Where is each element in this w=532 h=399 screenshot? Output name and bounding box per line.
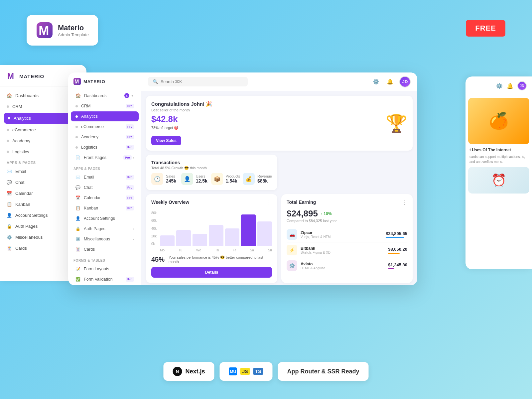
search-box[interactable]: 🔍: [148, 77, 248, 86]
bar-tue: [176, 230, 191, 246]
weekly-menu[interactable]: ⋮: [266, 200, 272, 206]
earning-menu[interactable]: ⋮: [402, 200, 407, 206]
pro-tag: Pro: [126, 196, 134, 200]
earning-header: Total Earning ⋮: [287, 200, 407, 206]
misc-icon: ⚙️: [7, 235, 12, 240]
calendar-icon: 📅: [75, 196, 80, 200]
home-icon: 🏠: [75, 93, 81, 98]
congrats-amount: $42.8k: [151, 114, 407, 124]
aviato-icon: ⚙️: [287, 260, 297, 271]
revenue-icon: 💰: [243, 173, 255, 185]
pro-tag: Pro: [123, 155, 132, 160]
stat-sales: 🕐 Sales 245k: [151, 173, 179, 185]
sidebar-item-cards[interactable]: 🃏 Cards: [71, 244, 139, 254]
dot-icon: [75, 126, 78, 128]
dot-icon: [7, 129, 9, 131]
sidebar-item-account-settings[interactable]: 👤 Account Settings: [71, 213, 139, 223]
transactions-header: Transactions Total 48.5% Growth 😎 this m…: [151, 160, 272, 170]
sidebar-item-form-validation[interactable]: ✅ Form Validation Pro: [71, 274, 139, 284]
nextjs-badge: N Next.js: [163, 362, 214, 381]
email-icon: ✉️: [7, 169, 12, 174]
chevron-right-icon: ›: [133, 156, 134, 160]
right-panel-text: t Uses Of The Internet cards can support…: [466, 147, 532, 164]
dashboards-count: 5: [124, 93, 129, 98]
free-badge: FREE: [466, 20, 505, 37]
bell-icon: 🔔: [507, 83, 513, 89]
sidebar-item-form-layouts[interactable]: 📝 Form Layouts: [71, 264, 139, 274]
main-logo-icon: M: [73, 78, 81, 85]
logo-card: M Materio Admin Template: [27, 15, 98, 46]
account-icon: 👤: [7, 213, 12, 218]
stat-products: 📦 Products 1.54k: [211, 173, 240, 185]
materio-logo-icon: M: [36, 22, 53, 39]
auth-icon: 🔒: [7, 224, 12, 229]
bg-right-header: ⚙️ 🔔 JD: [466, 76, 532, 95]
transactions-card: Transactions Total 48.5% Growth 😎 this m…: [146, 155, 277, 190]
zipcar-bar: [386, 237, 404, 238]
sidebar-item-email[interactable]: ✉️ Email Pro: [71, 172, 139, 182]
cards-icon: 🃏: [75, 247, 80, 252]
main-sidebar-title: MATERIO: [83, 79, 105, 84]
sidebar-item-auth-pages[interactable]: 🔒 Auth Pages ›: [71, 224, 139, 234]
sidebar-item-kanban[interactable]: 📋 Kanban Pro: [71, 203, 139, 213]
details-button[interactable]: Details: [151, 267, 272, 278]
chevron-down-icon: ▼: [131, 94, 134, 97]
svg-text:MU: MU: [230, 369, 236, 374]
sidebar-item-form-wizard[interactable]: 🧙 Form Wizard Pro: [71, 285, 139, 285]
js-label: JS: [240, 368, 250, 375]
sidebar-item-miscellaneous[interactable]: ⚙️ Miscellaneous ›: [71, 234, 139, 244]
bar-thu: [209, 225, 223, 246]
total-earning-card: Total Earning ⋮ $24,895 ↑ 10% Compared t…: [281, 194, 413, 283]
row-1: Congratulations John! 🎉 Best seller of t…: [146, 96, 413, 190]
section-label-apps: Apps & Pages: [68, 163, 141, 172]
stat-users: 👤 Users 12.5k: [181, 173, 208, 185]
earning-title: Total Earning: [287, 200, 316, 205]
congrats-subtitle: Best seller of the month: [151, 108, 407, 112]
avatar: JD: [517, 81, 527, 90]
transactions-stats: 🕐 Sales 245k 👤 Users 12.5k: [151, 173, 272, 185]
user-avatar[interactable]: JD: [399, 76, 411, 87]
products-icon: 📦: [211, 173, 223, 185]
sidebar-item-chat[interactable]: 💬 Chat Pro: [71, 183, 139, 193]
search-input[interactable]: [161, 79, 243, 84]
bar-fri: [225, 228, 240, 246]
pro-tag: Pro: [126, 277, 134, 282]
sidebar-item-crm[interactable]: CRM Pro: [71, 101, 139, 111]
sidebar-item-front-pages[interactable]: 📄 Front Pages Pro ›: [71, 153, 139, 163]
pro-tag: Pro: [126, 104, 134, 108]
percentage: 45%: [151, 256, 165, 263]
transactions-menu[interactable]: ⋮: [266, 160, 272, 166]
orange-image: 🍊: [468, 98, 529, 144]
check-icon: ✅: [75, 277, 80, 282]
bar-wed: [193, 234, 207, 246]
bell-icon[interactable]: 🔔: [385, 77, 395, 86]
approuter-badge: App Router & SSR Ready: [278, 362, 369, 381]
sidebar-item-academy[interactable]: Academy Pro: [71, 132, 139, 142]
cards-icon: 🃏: [7, 246, 12, 251]
pro-tag: Pro: [126, 185, 134, 190]
sidebar-item-dashboards[interactable]: 🏠 Dashboards 5 ▼: [71, 90, 139, 101]
users-icon: 👤: [181, 173, 193, 185]
ts-label: TS: [253, 368, 263, 375]
settings-icon[interactable]: ⚙️: [371, 77, 381, 86]
sales-label: Sales: [166, 174, 176, 178]
congrats-title: Congratulations John! 🎉: [151, 101, 407, 107]
bitbank-bar: [388, 253, 400, 254]
kanban-icon: 📋: [7, 202, 12, 207]
zipcar-sub: Vuejs, React & HTML: [301, 235, 332, 239]
users-value: 12.5k: [196, 178, 207, 184]
row-2: Weekly Overview ⋮ 80k 60k 40k 20k 0k: [146, 194, 413, 283]
aviato-sub: HTML & Angular: [301, 266, 325, 270]
sidebar-item-analytics[interactable]: Analytics: [71, 111, 139, 121]
sidebar-item-ecommerce[interactable]: eCommerce Pro: [71, 122, 139, 132]
logo-text: Materio Admin Template: [58, 24, 89, 37]
main-sidebar-header: M MATERIO: [68, 72, 141, 90]
earning-row-zipcar: 🚗 Zipcar Vuejs, React & HTML $24,895.65: [287, 227, 407, 242]
sidebar-item-calendar[interactable]: 📅 Calendar Pro: [71, 193, 139, 203]
chat-icon: 💬: [7, 180, 12, 185]
dot-icon: [7, 151, 9, 153]
transactions-subtitle: Total 48.5% Growth 😎 this month: [151, 166, 207, 170]
view-sales-button[interactable]: View Sales: [151, 136, 181, 145]
products-value: 1.54k: [226, 178, 240, 184]
sidebar-item-logistics[interactable]: Logistics Pro: [71, 142, 139, 152]
